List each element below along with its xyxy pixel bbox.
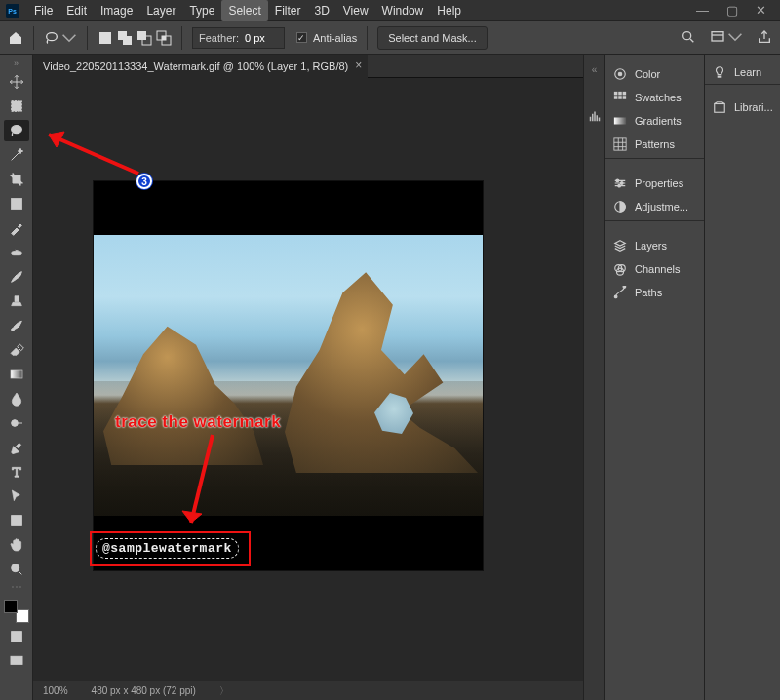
svg-rect-38 [614, 118, 626, 125]
menu-help[interactable]: Help [430, 0, 468, 21]
brush-tool[interactable] [4, 266, 29, 288]
shape-tool[interactable] [4, 510, 29, 531]
color-swatches[interactable] [4, 600, 29, 623]
panel-paths[interactable]: Paths [605, 281, 704, 304]
document-tab-title: Video_220520113334_Watermark.gif @ 100% … [43, 60, 348, 72]
history-brush-tool[interactable] [4, 315, 29, 336]
tools-more-icon[interactable]: ⋯ [11, 583, 22, 591]
menu-type[interactable]: Type [182, 0, 221, 21]
path-selection-tool[interactable] [4, 486, 29, 507]
svg-rect-26 [592, 114, 594, 122]
panel-collapse-icon[interactable]: « [592, 64, 598, 75]
document-tab-row: Video_220520113334_Watermark.gif @ 100% … [33, 55, 583, 78]
learn-panel-column: Learn Librari... [704, 55, 780, 700]
marquee-tool[interactable] [4, 96, 29, 117]
svg-point-31 [618, 72, 622, 76]
svg-point-47 [614, 295, 617, 298]
svg-point-41 [620, 182, 623, 185]
panel-patterns[interactable]: Patterns [605, 133, 704, 156]
menu-select[interactable]: Select [221, 0, 267, 21]
document-area: Video_220520113334_Watermark.gif @ 100% … [33, 55, 583, 700]
hand-tool[interactable] [4, 534, 29, 556]
select-and-mask-button[interactable]: Select and Mask... [377, 26, 488, 50]
dodge-tool[interactable] [4, 412, 29, 434]
menu-3d[interactable]: 3D [307, 0, 335, 21]
svg-point-14 [11, 126, 21, 134]
svg-rect-24 [11, 656, 22, 664]
panel-swatches[interactable]: Swatches [605, 86, 704, 109]
share-icon[interactable] [757, 29, 772, 47]
panel-learn[interactable]: Learn [705, 60, 780, 84]
photoshop-logo: Ps [6, 4, 20, 18]
clone-stamp-tool[interactable] [4, 291, 29, 312]
eyedropper-tool[interactable] [4, 217, 29, 239]
menubar: Ps File Edit Image Layer Type Select Fil… [0, 0, 780, 21]
watermark-selection: @samplewatermark [96, 538, 239, 559]
svg-rect-27 [594, 112, 596, 122]
window-maximize-icon[interactable]: ▢ [726, 0, 738, 21]
zoom-tool[interactable] [4, 559, 29, 580]
eraser-tool[interactable] [4, 339, 29, 361]
workspace-switcher-icon[interactable] [710, 29, 743, 47]
histogram-icon[interactable] [589, 110, 601, 124]
move-tool[interactable] [4, 71, 29, 93]
selection-intersect-icon[interactable] [156, 26, 172, 50]
feather-value[interactable]: 0 px [245, 32, 278, 44]
selection-subtract-icon[interactable] [136, 26, 152, 50]
panel-gradients[interactable]: Gradients [605, 109, 704, 133]
svg-rect-36 [618, 96, 622, 99]
menu-file[interactable]: File [27, 0, 59, 21]
menu-layer[interactable]: Layer [139, 0, 182, 21]
gradient-tool[interactable] [4, 364, 29, 385]
selection-add-icon[interactable] [117, 26, 133, 50]
search-icon[interactable] [681, 29, 696, 47]
svg-rect-12 [712, 31, 723, 40]
menu-filter[interactable]: Filter [268, 0, 308, 21]
selection-new-icon[interactable] [98, 26, 113, 50]
status-chevron-icon[interactable]: 〉 [219, 684, 229, 698]
crop-tool[interactable] [4, 169, 29, 190]
svg-point-21 [11, 564, 19, 572]
foreground-color-swatch[interactable] [4, 600, 18, 613]
canvas-viewport[interactable]: trace the watermark @samplewatermark 3 [33, 78, 583, 681]
pen-tool[interactable] [4, 437, 29, 458]
menu-window[interactable]: Window [375, 0, 431, 21]
svg-point-17 [11, 329, 14, 331]
svg-rect-10 [162, 36, 166, 40]
panel-layers[interactable]: Layers [605, 234, 704, 257]
type-tool[interactable] [4, 461, 29, 483]
blur-tool[interactable] [4, 388, 29, 409]
window-close-icon[interactable]: ✕ [756, 0, 766, 21]
panel-channels[interactable]: Channels [605, 257, 704, 281]
home-icon[interactable] [8, 26, 23, 50]
feather-field: Feather: 0 px [192, 27, 285, 49]
panel-adjustments[interactable]: Adjustme... [605, 195, 704, 218]
frame-tool[interactable] [4, 193, 29, 214]
window-minimize-icon[interactable]: — [696, 0, 709, 21]
close-tab-icon[interactable]: × [355, 58, 362, 72]
lasso-tool-icon[interactable] [44, 26, 77, 50]
magic-wand-tool[interactable] [4, 144, 29, 166]
panel-libraries[interactable]: Librari... [705, 96, 780, 119]
svg-rect-3 [99, 32, 111, 44]
document-tab[interactable]: Video_220520113334_Watermark.gif @ 100% … [33, 55, 368, 78]
menu-image[interactable]: Image [94, 0, 139, 21]
background-color-swatch[interactable] [16, 609, 29, 623]
doc-dimensions: 480 px x 480 px (72 ppi) [92, 685, 196, 696]
screen-mode-tool[interactable] [4, 650, 29, 672]
svg-rect-5 [123, 36, 132, 45]
svg-rect-28 [596, 115, 598, 121]
antialias-checkbox[interactable]: Anti-alias [296, 26, 357, 50]
svg-rect-49 [715, 104, 725, 113]
menu-edit[interactable]: Edit [59, 0, 94, 21]
tools-grip-icon[interactable]: » [14, 58, 19, 68]
lasso-tool[interactable] [4, 120, 29, 141]
panel-properties[interactable]: Properties [605, 172, 704, 195]
quick-mask-tool[interactable] [4, 626, 29, 647]
canvas[interactable]: trace the watermark @samplewatermark [94, 181, 483, 570]
antialias-check-icon [296, 32, 307, 43]
zoom-level[interactable]: 100% [43, 685, 68, 696]
menu-view[interactable]: View [336, 0, 375, 21]
healing-brush-tool[interactable] [4, 242, 29, 263]
panel-color[interactable]: Color [605, 62, 704, 86]
